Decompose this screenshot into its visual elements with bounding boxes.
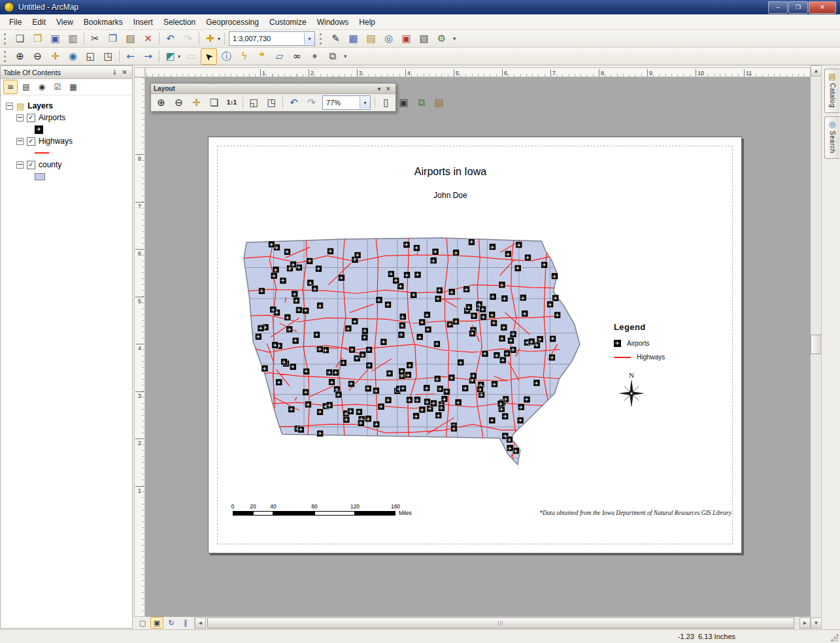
layout-page[interactable]: Airports in Iowa John Doe ✈✈✈✈✈✈✈✈✈✈✈✈✈✈… [208,137,742,553]
create-viewer-window-button[interactable]: ⧉ [324,48,341,65]
scroll-left-icon[interactable]: ◄ [195,618,206,629]
menu-help[interactable]: Help [354,16,380,29]
collapse-icon[interactable] [16,114,24,122]
editor-toolbar-button[interactable]: ✎ [328,31,344,47]
north-arrow[interactable]: N [617,371,646,410]
select-elements-button[interactable]: ➤ [201,48,217,65]
layout-view-button[interactable]: ▣ [150,617,163,629]
minimize-button[interactable]: – [768,1,788,14]
undo-button[interactable]: ↶ [162,31,178,47]
hyperlink-button[interactable]: ϟ [236,48,252,65]
search-window-button[interactable]: ◎ [380,31,397,47]
toggle-draft-mode-button[interactable]: ▯ [378,95,394,111]
map-scale-combo-dropdown-icon[interactable]: ▾ [304,33,314,44]
highways-layer-row[interactable]: ✓ Highways [1,135,132,147]
menu-selection[interactable]: Selection [158,16,201,29]
close-button[interactable]: ✕ [809,1,836,14]
toc-header[interactable]: Table Of Contents ⊸ ✕ [1,66,132,79]
zoom-out-button[interactable]: ⊖ [29,48,46,65]
layout-toolbar[interactable]: Layout ▾ ✕ ⊕⊖✛❏1:1◱◳↶↷77%▾▯▣⧉▤ [150,83,396,112]
delete-button[interactable]: ✕ [140,31,156,47]
scrollbar-thumb[interactable] [811,335,822,354]
html-popup-button[interactable]: ❝ [254,48,270,65]
menu-insert[interactable]: Insert [128,16,158,29]
list-by-visibility-button[interactable]: ◉ [35,80,49,94]
data-driven-pages-button[interactable]: ▤ [431,95,447,111]
add-data-dropdown-icon[interactable]: ▾ [218,36,220,42]
map-author[interactable]: John Doe [209,191,692,200]
go-forward-extent-button[interactable]: → [140,48,156,65]
fixed-zoom-out-button[interactable]: ◳ [100,48,116,65]
layout-zoom-out-button[interactable]: ⊖ [171,95,187,111]
layout-zoom-100-button[interactable]: 1:1 [224,95,240,111]
scrollbar-track[interactable]: ||| [206,618,799,629]
scrollbar-thumb[interactable]: ||| [207,618,794,629]
scroll-up-icon[interactable]: ▲ [811,65,822,76]
paste-button[interactable]: ▨ [122,31,139,47]
collapse-icon[interactable] [16,138,24,145]
layout-zoom-combo-dropdown-icon[interactable]: ▾ [360,97,370,108]
county-checkbox[interactable]: ✓ [27,161,35,169]
layers-data-frame-row[interactable]: ▤ Layers [1,100,132,112]
county-layer-label[interactable]: county [39,160,61,169]
iowa-map[interactable]: ✈✈✈✈✈✈✈✈✈✈✈✈✈✈✈✈✈✈✈✈✈✈✈✈✈✈✈✈✈✈✈✈✈✈✈✈✈✈✈✈… [243,233,584,469]
refresh-view-button[interactable]: ↻ [165,617,178,629]
layers-root-label[interactable]: Layers [27,101,53,110]
go-to-xy-button[interactable]: ⌖ [307,48,323,65]
open-button[interactable]: ❐ [29,31,46,47]
layout-zoom-in-button[interactable]: ⊕ [153,95,169,111]
airports-layer-label[interactable]: Airports [39,113,65,122]
full-extent-button[interactable]: ◉ [65,48,81,65]
python-window-button[interactable]: ▧ [416,31,432,47]
toolbar-grip[interactable] [320,33,324,44]
menu-view[interactable]: View [51,16,78,29]
search-tab[interactable]: ◎Search [824,116,839,159]
layout-go-forward-extent-button[interactable]: ↷ [303,95,320,111]
catalog-window-button[interactable]: ▤ [363,31,379,47]
title-bar[interactable]: Untitled - ArcMap – ❐ ✕ [0,0,840,14]
select-features-dropdown-icon[interactable]: ▾ [178,54,180,59]
collapse-icon[interactable] [16,161,24,169]
highways-checkbox[interactable]: ✓ [27,137,35,146]
toolbar-overflow-icon[interactable]: ▾ [344,53,347,59]
cut-button[interactable]: ✂ [87,31,103,47]
toolbar-grip[interactable] [4,51,8,62]
pause-drawing-button[interactable]: ∥ [179,617,192,629]
toolbar-overflow-icon[interactable]: ▾ [453,35,456,42]
airport-symbol[interactable]: ✈ [35,125,43,134]
auto-hide-pin-icon[interactable]: ⊸ [110,69,120,76]
layout-go-back-extent-button[interactable]: ↶ [286,95,302,111]
data-view-button[interactable]: ▢ [136,617,149,629]
attribute-table-button[interactable]: ▦ [345,31,361,47]
scroll-down-icon[interactable]: ▼ [811,618,822,629]
zoom-in-button[interactable]: ⊕ [12,48,28,65]
menu-windows[interactable]: Windows [312,16,354,29]
legend[interactable]: Legend ✈ Airports Highways [614,322,728,367]
layout-toolbar-titlebar[interactable]: Layout ▾ ✕ [151,84,395,94]
layout-pan-button[interactable]: ✛ [188,95,205,111]
print-button[interactable]: ▥ [65,31,81,47]
maximize-button[interactable]: ❐ [788,1,808,14]
new-map-file-button[interactable]: ❏ [12,31,28,47]
identify-button[interactable]: ⓘ [218,48,235,65]
county-symbol[interactable] [35,173,45,180]
collapse-icon[interactable] [6,103,13,110]
add-data-button[interactable]: ✚ [202,31,218,47]
menu-edit[interactable]: Edit [27,16,51,29]
horizontal-scrollbar[interactable]: ◄ ||| ► [195,618,811,629]
map-title[interactable]: Airports in Iowa [209,166,692,178]
citation-text[interactable]: *Data obtained from the Iowa Department … [496,510,731,516]
scrollbar-track[interactable] [811,76,822,618]
modelbuilder-window-button[interactable]: ⚙ [433,31,450,47]
list-by-source-button[interactable]: ▤ [19,80,33,94]
highway-symbol[interactable] [35,152,49,154]
go-back-extent-button[interactable]: ← [122,48,139,65]
list-by-drawing-order-button[interactable]: ≡ [3,80,18,94]
county-layer-row[interactable]: ✓ county [1,159,132,171]
catalog-tab[interactable]: ▤Catalog [824,69,839,113]
layout-toolbar-close-icon[interactable]: ✕ [384,86,393,92]
vertical-scrollbar[interactable]: ▲ ▼ [811,65,822,629]
focus-data-frame-button[interactable]: ▣ [395,95,412,111]
toc-close-icon[interactable]: ✕ [120,69,129,76]
layout-zoom-whole-page-button[interactable]: ❏ [206,95,222,111]
